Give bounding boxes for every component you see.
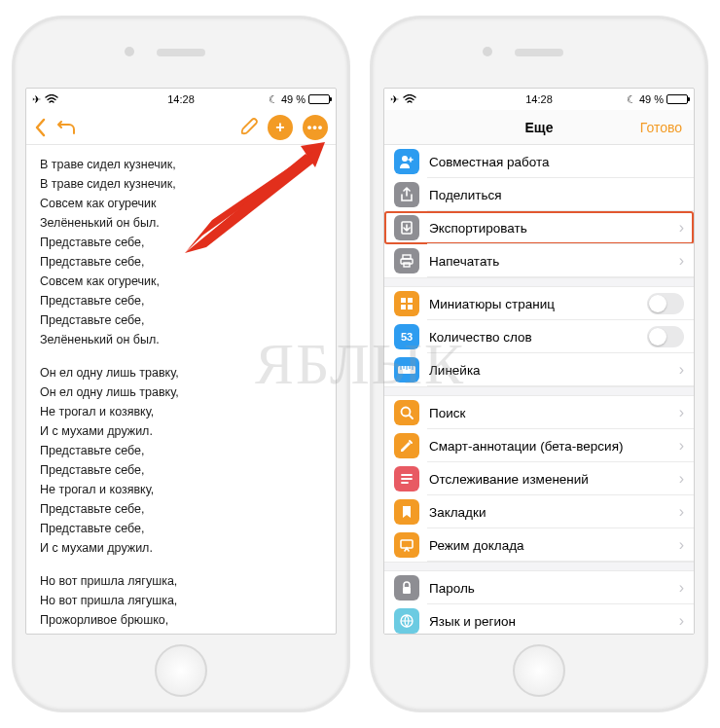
svg-point-13 xyxy=(402,408,411,417)
menu-item-label: Поиск xyxy=(429,406,679,420)
home-button[interactable] xyxy=(155,644,207,697)
lock-icon xyxy=(394,575,419,601)
menu-item-person-plus[interactable]: Совместная работа xyxy=(384,145,694,178)
doc-line: Но вот пришла лягушка, xyxy=(40,571,322,591)
status-bar: ✈ 14:28 ☾ 49 % xyxy=(384,89,694,110)
bookmark-icon xyxy=(394,499,419,525)
menu-item-count[interactable]: 53Количество слов xyxy=(384,320,694,353)
menu-item-export[interactable]: Экспортировать› xyxy=(384,211,694,244)
doc-line: Он ел одну лишь травку, xyxy=(40,363,322,382)
menu-list: Совместная работаПоделитьсяЭкспортироват… xyxy=(384,145,694,634)
print-icon xyxy=(394,248,419,273)
svg-rect-11 xyxy=(408,305,413,309)
track-icon xyxy=(394,466,419,491)
chevron-right-icon: › xyxy=(679,536,694,554)
menu-item-label: Язык и регион xyxy=(429,614,679,629)
toggle-switch[interactable] xyxy=(647,326,684,347)
menu-item-search[interactable]: Поиск› xyxy=(384,396,694,429)
home-button[interactable] xyxy=(513,644,565,697)
doc-line: В траве сидел кузнечик, xyxy=(40,155,322,174)
doc-line: Представьте себе, xyxy=(40,499,322,519)
menu-item-label: Напечатать xyxy=(429,254,679,269)
undo-icon[interactable] xyxy=(57,120,77,135)
battery-pct: 49 % xyxy=(281,93,306,105)
globe-icon xyxy=(394,608,419,634)
doc-line: Представьте себе, xyxy=(40,441,322,460)
chevron-right-icon: › xyxy=(679,252,694,270)
chevron-right-icon: › xyxy=(679,579,694,597)
more-button[interactable]: ••• xyxy=(303,115,328,140)
menu-item-track[interactable]: Отслеживание изменений› xyxy=(384,462,694,495)
menu-item-present[interactable]: Режим доклада› xyxy=(384,528,694,562)
menu-item-lock[interactable]: Пароль› xyxy=(384,571,694,604)
doc-line: Совсем как огуречик, xyxy=(40,272,322,291)
doc-line: И съела кузнеца. xyxy=(40,630,322,634)
chevron-right-icon: › xyxy=(679,503,694,521)
stanza: В траве сидел кузнечик,В траве сидел куз… xyxy=(40,155,322,349)
menu-item-label: Режим доклада xyxy=(429,538,679,553)
menu-item-annot[interactable]: Смарт-аннотации (бета-версия)› xyxy=(384,429,694,462)
menu-item-label: Отслеживание изменений xyxy=(429,472,679,487)
doc-line: И с мухами дружил. xyxy=(40,421,322,441)
doc-line: Представьте себе, xyxy=(40,519,322,538)
menu-item-label: Миниатюры страниц xyxy=(429,297,647,311)
group-separator xyxy=(384,386,694,396)
svg-point-3 xyxy=(402,156,408,162)
doc-line: Совсем как огуречик xyxy=(40,194,322,213)
chevron-right-icon: › xyxy=(679,404,694,421)
status-time: 14:28 xyxy=(167,93,195,105)
menu-item-ruler[interactable]: Линейка› xyxy=(384,353,694,386)
status-bar: ✈ 14:28 ☾ 49 % xyxy=(26,89,336,110)
add-button[interactable]: + xyxy=(268,115,293,140)
brush-icon[interactable] xyxy=(238,118,258,137)
annot-icon xyxy=(394,433,419,458)
menu-item-label: Экспортировать xyxy=(429,221,679,236)
done-button[interactable]: Готово xyxy=(640,120,682,135)
svg-rect-9 xyxy=(408,298,413,303)
status-time: 14:28 xyxy=(525,93,553,105)
menu-item-label: Линейка xyxy=(429,363,679,378)
ruler-icon xyxy=(394,357,419,382)
nav-bar: Еще Готово xyxy=(384,110,694,145)
menu-item-label: Совместная работа xyxy=(429,155,694,169)
battery-icon xyxy=(666,94,688,104)
doc-line: Представьте себе, xyxy=(40,310,322,330)
battery-icon xyxy=(308,94,330,104)
stanza: Он ел одну лишь травку,Он ел одну лишь т… xyxy=(40,363,322,558)
export-icon xyxy=(394,215,419,240)
count-icon: 53 xyxy=(394,324,419,349)
group-separator xyxy=(384,277,694,287)
doc-line: Он ел одну лишь травку, xyxy=(40,382,322,402)
chevron-right-icon: › xyxy=(679,470,694,488)
doc-line: В траве сидел кузнечик, xyxy=(40,174,322,194)
svg-rect-7 xyxy=(404,263,410,267)
doc-line: Представьте себе, xyxy=(40,460,322,480)
menu-item-label: Смарт-аннотации (бета-версия) xyxy=(429,439,679,454)
menu-item-share[interactable]: Поделиться xyxy=(384,178,694,211)
wifi-icon xyxy=(403,94,416,104)
moon-icon: ☾ xyxy=(269,93,278,106)
document-body[interactable]: В траве сидел кузнечик,В траве сидел куз… xyxy=(26,145,336,634)
phone-left: ✈ 14:28 ☾ 49 % xyxy=(14,18,348,710)
menu-item-bookmark[interactable]: Закладки› xyxy=(384,495,694,528)
wifi-icon xyxy=(45,94,58,104)
svg-rect-15 xyxy=(403,587,411,594)
person-plus-icon xyxy=(394,149,419,174)
screen-left: ✈ 14:28 ☾ 49 % xyxy=(25,88,337,635)
menu-item-globe[interactable]: Язык и регион› xyxy=(384,604,694,634)
airplane-icon: ✈ xyxy=(390,93,399,106)
menu-item-label: Пароль xyxy=(429,581,679,596)
back-icon[interactable] xyxy=(34,118,48,137)
doc-line: Не трогал и козявку, xyxy=(40,402,322,421)
toggle-switch[interactable] xyxy=(647,293,684,314)
phone-right: ✈ 14:28 ☾ 49 % Еще Готово Совместная раб… xyxy=(372,18,706,710)
chevron-right-icon: › xyxy=(679,361,694,379)
svg-rect-8 xyxy=(401,298,406,303)
menu-item-thumbs[interactable]: Миниатюры страниц xyxy=(384,287,694,320)
doc-line: Зелёненький он был. xyxy=(40,330,322,349)
svg-rect-10 xyxy=(401,305,406,309)
chevron-right-icon: › xyxy=(679,437,694,455)
menu-item-label: Поделиться xyxy=(429,188,694,202)
menu-item-print[interactable]: Напечатать› xyxy=(384,244,694,277)
battery-pct: 49 % xyxy=(639,93,664,105)
